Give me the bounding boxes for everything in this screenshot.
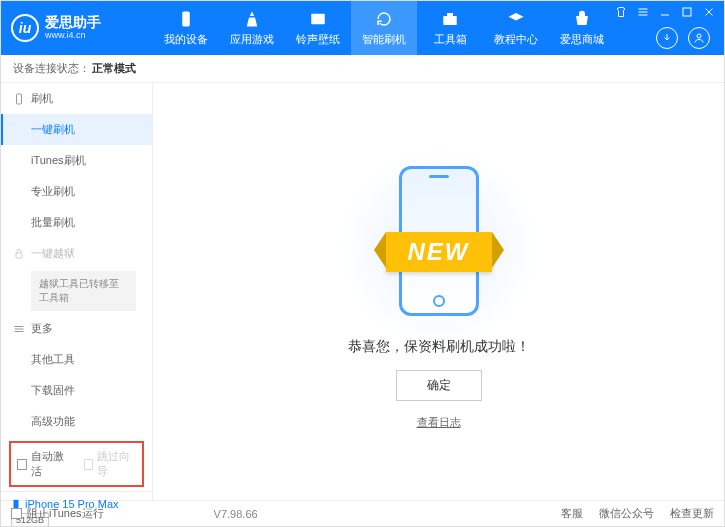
window-controls (614, 5, 716, 19)
sidebar-batch-flash[interactable]: 批量刷机 (1, 207, 152, 238)
success-illustration: NEW (339, 154, 539, 324)
nav-store[interactable]: 爱思商城 (549, 1, 615, 55)
svg-rect-3 (447, 13, 453, 16)
main-nav: 我的设备 应用游戏 铃声壁纸 智能刷机 工具箱 教程中心 爱思商城 (153, 1, 615, 55)
flash-section[interactable]: 刷机 (1, 83, 152, 114)
status-bar: 设备连接状态： 正常模式 (1, 55, 724, 83)
apps-icon (243, 10, 261, 28)
ok-button[interactable]: 确定 (396, 370, 482, 401)
sidebar-pro-flash[interactable]: 专业刷机 (1, 176, 152, 207)
menu-icon[interactable] (636, 5, 650, 19)
sidebar: 刷机 一键刷机 iTunes刷机 专业刷机 批量刷机 一键越狱 越狱工具已转移至… (1, 83, 153, 500)
nav-toolbox[interactable]: 工具箱 (417, 1, 483, 55)
tshirt-icon[interactable] (614, 5, 628, 19)
toolbox-icon (441, 10, 459, 28)
maximize-icon[interactable] (680, 5, 694, 19)
sidebar-one-click-flash[interactable]: 一键刷机 (1, 114, 152, 145)
jailbreak-notice: 越狱工具已转移至工具箱 (31, 271, 136, 311)
svg-rect-2 (443, 16, 457, 25)
download-icon[interactable] (656, 27, 678, 49)
view-log-link[interactable]: 查看日志 (417, 415, 461, 430)
sidebar-download-firmware[interactable]: 下载固件 (1, 375, 152, 406)
block-itunes-checkbox[interactable]: 阻止iTunes运行 (11, 506, 104, 521)
svg-rect-1 (311, 13, 325, 24)
nav-smart-flash[interactable]: 智能刷机 (351, 1, 417, 55)
minimize-icon[interactable] (658, 5, 672, 19)
device-icon (177, 10, 195, 28)
graduation-icon (507, 10, 525, 28)
svg-point-5 (697, 34, 701, 38)
nav-apps[interactable]: 应用游戏 (219, 1, 285, 55)
options-box: 自动激活 跳过向导 (9, 441, 144, 487)
jailbreak-section: 一键越狱 (1, 238, 152, 269)
app-header: iu 爱思助手 www.i4.cn 我的设备 应用游戏 铃声壁纸 智能刷机 工具… (1, 1, 724, 55)
refresh-icon (375, 10, 393, 28)
svg-rect-0 (182, 11, 190, 26)
logo-area: iu 爱思助手 www.i4.cn (1, 14, 153, 42)
logo-icon: iu (11, 14, 39, 42)
more-section[interactable]: 更多 (1, 313, 152, 344)
logo-title: 爱思助手 (45, 15, 101, 30)
sidebar-itunes-flash[interactable]: iTunes刷机 (1, 145, 152, 176)
version-label: V7.98.66 (214, 508, 258, 520)
sidebar-advanced[interactable]: 高级功能 (1, 406, 152, 437)
close-icon[interactable] (702, 5, 716, 19)
auto-activate-checkbox[interactable]: 自动激活 (17, 449, 70, 479)
nav-tutorials[interactable]: 教程中心 (483, 1, 549, 55)
user-icon[interactable] (688, 27, 710, 49)
new-ribbon: NEW (386, 232, 492, 272)
success-message: 恭喜您，保资料刷机成功啦！ (348, 338, 530, 356)
store-icon (573, 10, 591, 28)
main-content: NEW 恭喜您，保资料刷机成功啦！ 确定 查看日志 (153, 83, 724, 500)
nav-my-device[interactable]: 我的设备 (153, 1, 219, 55)
status-mode: 正常模式 (92, 61, 136, 76)
nav-ringtones[interactable]: 铃声壁纸 (285, 1, 351, 55)
status-label: 设备连接状态： (13, 61, 90, 76)
sidebar-other-tools[interactable]: 其他工具 (1, 344, 152, 375)
skip-wizard-checkbox: 跳过向导 (84, 449, 137, 479)
logo-url: www.i4.cn (45, 31, 101, 41)
svg-rect-7 (16, 253, 22, 258)
svg-rect-4 (683, 8, 691, 16)
image-icon (309, 10, 327, 28)
check-update-link[interactable]: 检查更新 (670, 506, 714, 521)
support-link[interactable]: 客服 (561, 506, 583, 521)
svg-rect-6 (17, 94, 22, 104)
wechat-link[interactable]: 微信公众号 (599, 506, 654, 521)
